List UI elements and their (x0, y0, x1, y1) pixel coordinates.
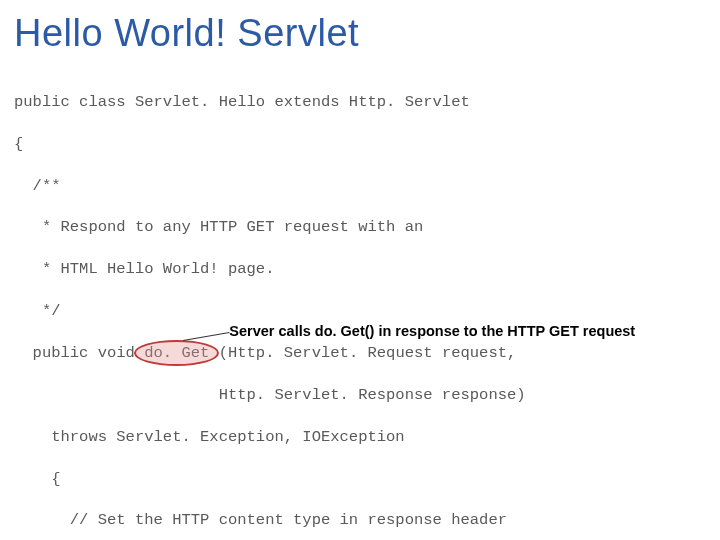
code-line: /** (14, 176, 706, 197)
code-line: { (14, 134, 706, 155)
slide-title: Hello World! Servlet (14, 12, 706, 55)
code-line: * Respond to any HTTP GET request with a… (14, 217, 706, 238)
code-line: // Set the HTTP content type in response… (14, 510, 706, 531)
callout-annotation: Server calls do. Get() in response to th… (229, 322, 635, 342)
callout-connector-line (183, 332, 229, 341)
code-line: throws Servlet. Exception, IOException (14, 427, 706, 448)
code-line: public void do. Get (Http. Servlet. Requ… (14, 343, 706, 364)
code-fragment: (Http. Servlet. Request request, (209, 344, 516, 362)
code-highlighted-doget: do. Get (144, 344, 209, 362)
code-line: */ (14, 301, 706, 322)
code-line: Http. Servlet. Response response) (14, 385, 706, 406)
code-block: public class Servlet. Hello extends Http… (14, 71, 706, 540)
code-line: * HTML Hello World! page. (14, 259, 706, 280)
code-line: public class Servlet. Hello extends Http… (14, 92, 706, 113)
code-line: { (14, 469, 706, 490)
code-fragment: public void (14, 344, 144, 362)
